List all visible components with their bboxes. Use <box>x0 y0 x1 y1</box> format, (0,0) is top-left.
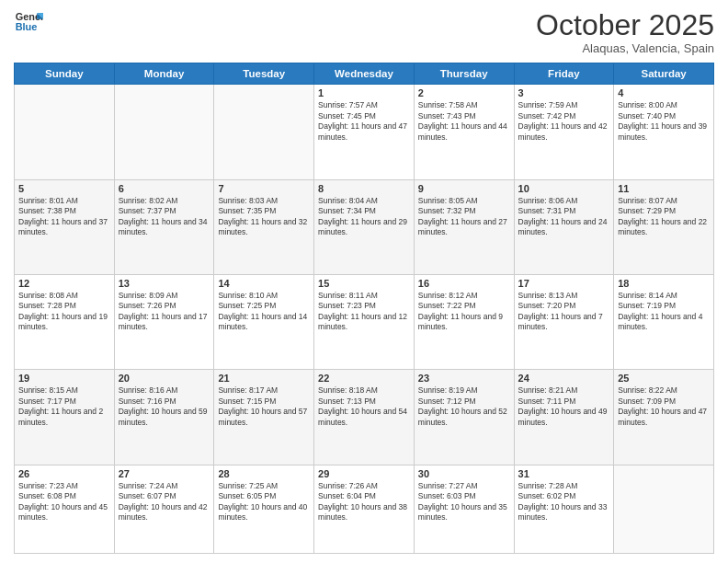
day-info: Sunset: 7:35 PM <box>218 206 310 216</box>
calendar-cell: 20Sunrise: 8:16 AMSunset: 7:16 PMDayligh… <box>114 370 214 465</box>
day-info: Sunset: 7:25 PM <box>218 301 310 311</box>
day-info: Daylight: 10 hours and 59 minutes. <box>119 407 210 428</box>
day-info: Sunrise: 8:07 AM <box>618 196 710 206</box>
day-info: Sunrise: 8:06 AM <box>518 196 610 206</box>
day-number: 27 <box>119 468 210 479</box>
day-info: Sunset: 6:03 PM <box>418 491 510 501</box>
calendar-cell: 30Sunrise: 7:27 AMSunset: 6:03 PMDayligh… <box>414 465 514 553</box>
day-info: Sunrise: 7:59 AM <box>518 100 610 110</box>
day-info: Sunrise: 8:04 AM <box>318 196 410 206</box>
day-info: Daylight: 11 hours and 24 minutes. <box>518 217 610 238</box>
day-number: 16 <box>418 278 510 289</box>
day-number: 10 <box>518 183 610 194</box>
day-info: Daylight: 11 hours and 9 minutes. <box>418 312 510 333</box>
col-header-thursday: Thursday <box>414 63 514 85</box>
day-info: Sunrise: 8:08 AM <box>18 291 110 301</box>
day-number: 3 <box>518 87 610 98</box>
calendar-cell: 13Sunrise: 8:09 AMSunset: 7:26 PMDayligh… <box>114 274 214 369</box>
day-number: 22 <box>318 373 410 384</box>
day-info: Daylight: 11 hours and 2 minutes. <box>18 407 110 428</box>
day-info: Daylight: 10 hours and 40 minutes. <box>218 502 310 523</box>
calendar-cell: 18Sunrise: 8:14 AMSunset: 7:19 PMDayligh… <box>614 274 714 369</box>
day-info: Daylight: 10 hours and 47 minutes. <box>618 407 710 428</box>
day-number: 26 <box>18 468 110 479</box>
day-info: Daylight: 10 hours and 49 minutes. <box>518 407 610 428</box>
day-number: 6 <box>119 183 210 194</box>
day-number: 14 <box>218 278 310 289</box>
day-info: Sunset: 7:15 PM <box>218 396 310 407</box>
day-info: Sunset: 7:37 PM <box>119 206 210 216</box>
day-info: Daylight: 10 hours and 35 minutes. <box>418 502 510 523</box>
month-title: October 2025 <box>536 9 714 41</box>
calendar-cell: 6Sunrise: 8:02 AMSunset: 7:37 PMDaylight… <box>114 179 214 274</box>
day-info: Sunrise: 8:01 AM <box>18 196 110 206</box>
day-info: Sunset: 7:34 PM <box>318 206 410 216</box>
day-info: Sunrise: 7:58 AM <box>418 100 510 110</box>
day-info: Sunrise: 8:10 AM <box>218 291 310 301</box>
calendar-cell: 2Sunrise: 7:58 AMSunset: 7:43 PMDaylight… <box>414 85 514 179</box>
day-info: Daylight: 11 hours and 4 minutes. <box>618 312 710 333</box>
col-header-wednesday: Wednesday <box>314 63 415 85</box>
day-info: Sunset: 7:38 PM <box>18 206 110 216</box>
day-info: Sunset: 6:05 PM <box>218 491 310 501</box>
calendar-cell: 21Sunrise: 8:17 AMSunset: 7:15 PMDayligh… <box>214 370 314 465</box>
day-info: Sunrise: 8:09 AM <box>119 291 210 301</box>
day-number: 20 <box>119 373 210 384</box>
day-number: 30 <box>418 468 510 479</box>
calendar-cell: 22Sunrise: 8:18 AMSunset: 7:13 PMDayligh… <box>314 370 415 465</box>
day-info: Daylight: 11 hours and 14 minutes. <box>218 312 310 333</box>
calendar-cell: 16Sunrise: 8:12 AMSunset: 7:22 PMDayligh… <box>414 274 514 369</box>
day-number: 2 <box>418 87 510 98</box>
calendar-cell: 5Sunrise: 8:01 AMSunset: 7:38 PMDaylight… <box>15 179 115 274</box>
calendar-cell: 17Sunrise: 8:13 AMSunset: 7:20 PMDayligh… <box>514 274 614 369</box>
day-info: Daylight: 11 hours and 22 minutes. <box>618 217 710 238</box>
day-info: Daylight: 10 hours and 52 minutes. <box>418 407 510 428</box>
calendar-cell: 28Sunrise: 7:25 AMSunset: 6:05 PMDayligh… <box>214 465 314 553</box>
location: Alaquas, Valencia, Spain <box>536 41 714 55</box>
calendar-cell: 26Sunrise: 7:23 AMSunset: 6:08 PMDayligh… <box>15 465 115 553</box>
calendar-cell: 27Sunrise: 7:24 AMSunset: 6:07 PMDayligh… <box>114 465 214 553</box>
calendar-cell: 14Sunrise: 8:10 AMSunset: 7:25 PMDayligh… <box>214 274 314 369</box>
day-info: Sunrise: 7:25 AM <box>218 481 310 491</box>
day-number: 24 <box>518 373 610 384</box>
header: General Blue October 2025 Alaquas, Valen… <box>14 9 714 55</box>
day-number: 1 <box>318 87 410 98</box>
calendar-cell: 19Sunrise: 8:15 AMSunset: 7:17 PMDayligh… <box>15 370 115 465</box>
day-info: Sunrise: 8:03 AM <box>218 196 310 206</box>
day-number: 7 <box>218 183 310 194</box>
day-info: Daylight: 11 hours and 37 minutes. <box>18 217 110 238</box>
day-info: Sunrise: 7:26 AM <box>318 481 410 491</box>
day-info: Daylight: 11 hours and 32 minutes. <box>218 217 310 238</box>
day-number: 13 <box>119 278 210 289</box>
day-info: Sunset: 6:07 PM <box>119 491 210 501</box>
calendar-cell: 10Sunrise: 8:06 AMSunset: 7:31 PMDayligh… <box>514 179 614 274</box>
day-info: Sunrise: 8:05 AM <box>418 196 510 206</box>
day-number: 5 <box>18 183 110 194</box>
day-info: Daylight: 10 hours and 38 minutes. <box>318 502 410 523</box>
day-info: Sunrise: 8:18 AM <box>318 385 410 396</box>
day-info: Sunset: 7:31 PM <box>518 206 610 216</box>
day-info: Sunset: 7:32 PM <box>418 206 510 216</box>
col-header-saturday: Saturday <box>614 63 714 85</box>
calendar-cell: 11Sunrise: 8:07 AMSunset: 7:29 PMDayligh… <box>614 179 714 274</box>
day-info: Daylight: 10 hours and 57 minutes. <box>218 407 310 428</box>
col-header-tuesday: Tuesday <box>214 63 314 85</box>
day-info: Sunset: 7:40 PM <box>618 111 710 121</box>
svg-text:Blue: Blue <box>16 21 38 32</box>
day-number: 9 <box>418 183 510 194</box>
calendar-cell: 23Sunrise: 8:19 AMSunset: 7:12 PMDayligh… <box>414 370 514 465</box>
day-info: Sunrise: 8:14 AM <box>618 291 710 301</box>
calendar-cell: 3Sunrise: 7:59 AMSunset: 7:42 PMDaylight… <box>514 85 614 179</box>
day-info: Sunset: 7:13 PM <box>318 396 410 407</box>
day-info: Sunset: 7:42 PM <box>518 111 610 121</box>
day-number: 18 <box>618 278 710 289</box>
day-info: Sunset: 7:22 PM <box>418 301 510 311</box>
day-info: Daylight: 11 hours and 29 minutes. <box>318 217 410 238</box>
day-number: 25 <box>618 373 710 384</box>
calendar-cell <box>214 85 314 179</box>
day-info: Sunset: 6:02 PM <box>518 491 610 501</box>
calendar-cell <box>15 85 115 179</box>
day-info: Sunrise: 7:28 AM <box>518 481 610 491</box>
col-header-monday: Monday <box>114 63 214 85</box>
calendar-cell: 9Sunrise: 8:05 AMSunset: 7:32 PMDaylight… <box>414 179 514 274</box>
